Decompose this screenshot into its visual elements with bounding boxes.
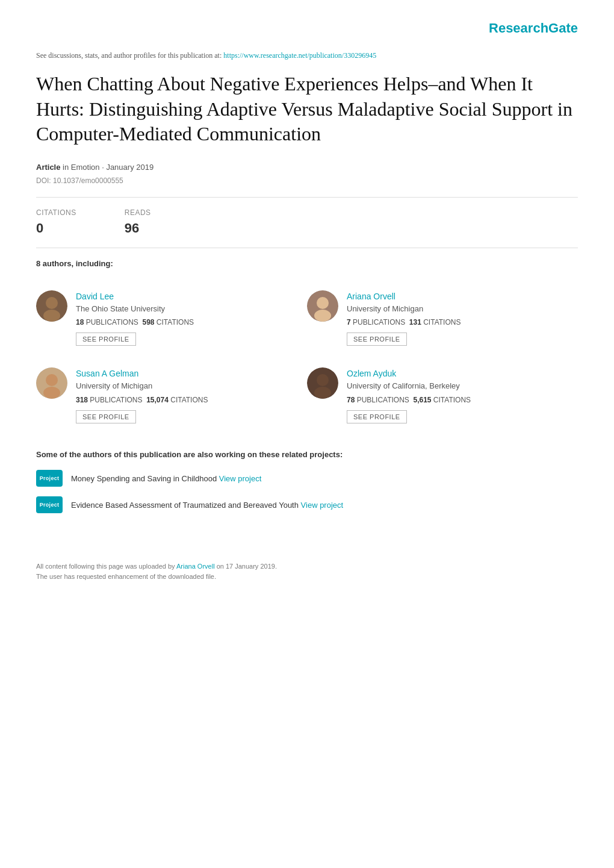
author-stats: 18 PUBLICATIONS 598 CITATIONS bbox=[76, 317, 307, 328]
svg-point-10 bbox=[317, 374, 329, 386]
svg-point-7 bbox=[46, 374, 58, 386]
divider-1 bbox=[36, 197, 578, 198]
reads-value: 96 bbox=[125, 218, 151, 238]
article-title: When Chatting About Negative Experiences… bbox=[36, 72, 578, 147]
reads-stat: READS 96 bbox=[125, 207, 151, 238]
footer-prefix: All content following this page was uplo… bbox=[36, 563, 175, 570]
see-profile-button[interactable]: SEE PROFILE bbox=[76, 333, 136, 346]
author-stats: 7 PUBLICATIONS 131 CITATIONS bbox=[347, 317, 578, 328]
authors-grid: David Lee The Ohio State University 18 P… bbox=[36, 279, 578, 434]
svg-point-2 bbox=[43, 310, 60, 322]
citations-stat: CITATIONS 0 bbox=[36, 207, 76, 238]
author-affiliation: University of Michigan bbox=[347, 303, 578, 315]
view-project-link[interactable]: View project bbox=[219, 474, 262, 483]
see-profile-button[interactable]: SEE PROFILE bbox=[347, 410, 407, 423]
brand-name: ResearchGate bbox=[489, 20, 578, 36]
publication-notice: See discussions, stats, and author profi… bbox=[36, 50, 578, 61]
author-name[interactable]: Susan A Gelman bbox=[76, 369, 138, 378]
authors-label: 8 authors, including: bbox=[36, 258, 578, 270]
view-project-link[interactable]: View project bbox=[301, 501, 344, 510]
citations-value: 0 bbox=[36, 218, 76, 238]
author-avatar bbox=[36, 367, 67, 399]
footer-notice: All content following this page was uplo… bbox=[36, 561, 578, 581]
stats-row: CITATIONS 0 READS 96 bbox=[36, 207, 578, 238]
brand-logo: ResearchGate bbox=[36, 18, 578, 38]
see-profile-button[interactable]: SEE PROFILE bbox=[347, 333, 407, 346]
see-profile-button[interactable]: SEE PROFILE bbox=[76, 410, 136, 423]
author-affiliation: University of Michigan bbox=[76, 380, 307, 392]
author-name[interactable]: Ozlem Ayduk bbox=[347, 369, 396, 378]
svg-point-1 bbox=[46, 297, 58, 309]
project-text: Money Spending and Saving in Childhood V… bbox=[71, 473, 261, 485]
author-info: David Lee The Ohio State University 18 P… bbox=[76, 290, 307, 346]
project-badge: Project bbox=[36, 470, 63, 487]
svg-point-11 bbox=[314, 387, 331, 399]
author-affiliation: University of California, Berkeley bbox=[347, 380, 578, 392]
author-info: Ariana Orvell University of Michigan 7 P… bbox=[347, 290, 578, 346]
svg-point-4 bbox=[317, 297, 329, 309]
author-card: Ozlem Ayduk University of California, Be… bbox=[307, 357, 578, 434]
author-avatar bbox=[307, 367, 338, 399]
project-item: Project Evidence Based Assessment of Tra… bbox=[36, 496, 578, 513]
project-badge: Project bbox=[36, 496, 63, 513]
related-projects-title: Some of the authors of this publication … bbox=[36, 449, 578, 461]
author-avatar bbox=[307, 290, 338, 322]
related-projects: Some of the authors of this publication … bbox=[36, 449, 578, 514]
article-date: January 2019 bbox=[106, 163, 154, 172]
author-info: Ozlem Ayduk University of California, Be… bbox=[347, 367, 578, 423]
author-affiliation: The Ohio State University bbox=[76, 303, 307, 315]
svg-point-5 bbox=[314, 310, 331, 322]
citations-label: CITATIONS bbox=[36, 207, 76, 218]
author-stats: 78 PUBLICATIONS 5,615 CITATIONS bbox=[347, 395, 578, 405]
footer-uploader: Ariana Orvell bbox=[176, 563, 215, 570]
footer-suffix: on 17 January 2019. bbox=[217, 563, 277, 570]
publication-link[interactable]: https://www.researchgate.net/publication… bbox=[223, 51, 376, 60]
author-name[interactable]: David Lee bbox=[76, 292, 114, 301]
reads-label: READS bbox=[125, 207, 151, 218]
author-card: David Lee The Ohio State University 18 P… bbox=[36, 279, 307, 357]
author-stats: 318 PUBLICATIONS 15,074 CITATIONS bbox=[76, 395, 307, 405]
author-name[interactable]: Ariana Orvell bbox=[347, 292, 395, 301]
footer-uploader-link[interactable]: Ariana Orvell bbox=[176, 563, 215, 570]
article-type: Article bbox=[36, 163, 60, 172]
project-item: Project Money Spending and Saving in Chi… bbox=[36, 470, 578, 487]
author-avatar bbox=[36, 290, 67, 322]
svg-point-8 bbox=[43, 387, 60, 399]
notice-text: See discussions, stats, and author profi… bbox=[36, 51, 222, 60]
author-card: Ariana Orvell University of Michigan 7 P… bbox=[307, 279, 578, 357]
author-info: Susan A Gelman University of Michigan 31… bbox=[76, 367, 307, 423]
project-text: Evidence Based Assessment of Traumatized… bbox=[71, 499, 343, 511]
footer-line2: The user has requested enhancement of th… bbox=[36, 572, 578, 582]
article-journal: Emotion bbox=[71, 163, 100, 172]
article-doi: DOI: 10.1037/emo0000555 bbox=[36, 175, 578, 186]
article-meta: Article in Emotion · January 2019 bbox=[36, 161, 578, 173]
author-card: Susan A Gelman University of Michigan 31… bbox=[36, 357, 307, 434]
divider-2 bbox=[36, 248, 578, 248]
